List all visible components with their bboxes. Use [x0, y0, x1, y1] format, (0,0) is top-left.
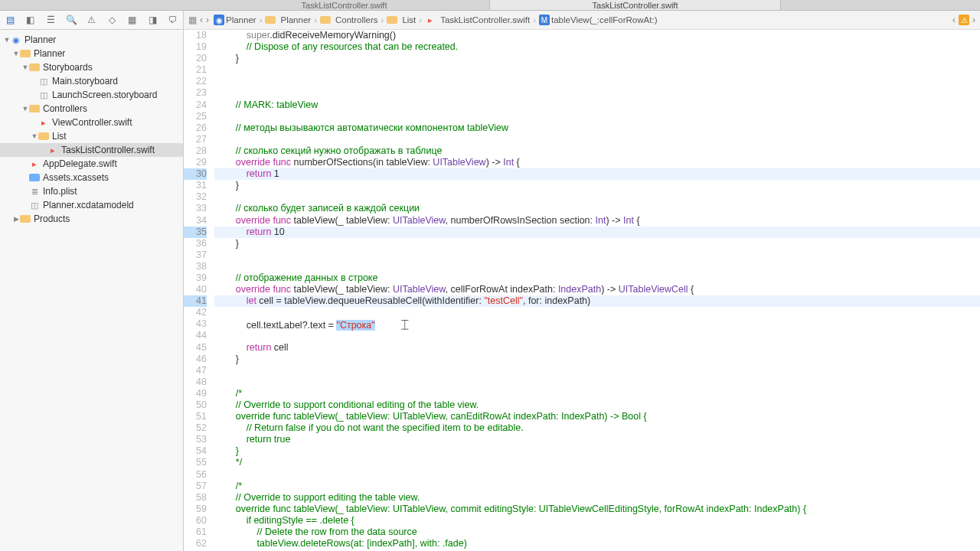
- jump-bar: ▦ ‹ › ◉ Planner› Planner› Controllers› L…: [184, 11, 980, 30]
- issue-navigator-icon[interactable]: ⚠: [87, 14, 98, 26]
- tree-label: Products: [34, 214, 70, 224]
- window-tabs: TaskListController.swift TaskListControl…: [0, 0, 980, 11]
- disclosure-icon: ▶: [12, 215, 20, 223]
- tree-label: AppDelegate.swift: [43, 158, 117, 169]
- swift-icon: ▸: [29, 159, 40, 168]
- tree-label: TaskListController.swift: [61, 145, 155, 155]
- disclosure-icon: ▼: [21, 64, 29, 71]
- tree-project[interactable]: ▼◉Planner: [0, 33, 183, 47]
- symbol-navigator-icon[interactable]: ☰: [45, 14, 57, 26]
- code-editor[interactable]: 1819202122232425262728293031323334353637…: [184, 30, 980, 551]
- chevron-right-icon: ›: [381, 15, 384, 24]
- bc-item[interactable]: Planner: [280, 15, 311, 24]
- swift-icon: ▸: [425, 15, 436, 24]
- folder-icon: [38, 132, 49, 141]
- folder-icon: [320, 15, 331, 24]
- swift-icon: ▸: [38, 118, 49, 127]
- tree-label: Main.storyboard: [52, 76, 118, 86]
- prev-issue-icon[interactable]: ‹: [952, 15, 956, 25]
- editor-pane: ▦ ‹ › ◉ Planner› Planner› Controllers› L…: [184, 11, 980, 551]
- tree-file[interactable]: ▸AppDelegate.swift: [0, 157, 183, 171]
- disclosure-icon: ▼: [12, 50, 20, 57]
- breakpoint-navigator-icon[interactable]: ◨: [147, 14, 158, 26]
- test-navigator-icon[interactable]: ◇: [106, 14, 118, 26]
- method-icon: M: [539, 15, 550, 25]
- line-gutter: 1819202122232425262728293031323334353637…: [184, 30, 213, 551]
- tree-label: Storyboards: [43, 62, 93, 73]
- next-issue-icon[interactable]: ›: [972, 15, 975, 25]
- breadcrumb[interactable]: ◉ Planner› Planner› Controllers› List› ▸…: [214, 15, 657, 25]
- tree-file[interactable]: ▸ViewController.swift: [0, 116, 183, 129]
- nav-forward-icon[interactable]: ›: [206, 15, 209, 25]
- bc-item[interactable]: Controllers: [335, 15, 378, 24]
- code-text[interactable]: super.didReceiveMemoryWarning() // Dispo…: [213, 30, 980, 551]
- related-items-icon[interactable]: ▦: [188, 15, 197, 25]
- plist-icon: ≣: [29, 187, 40, 196]
- file-tree: ▼◉Planner ▼Planner ▼Storyboards ◫Main.st…: [0, 30, 183, 551]
- xcodeproj-icon: ◉: [214, 15, 224, 25]
- folder-icon: [29, 104, 40, 113]
- tree-label: Info.plist: [43, 186, 77, 197]
- tab-1[interactable]: TaskListController.swift: [199, 0, 490, 10]
- project-navigator-icon[interactable]: ▤: [5, 14, 16, 26]
- nav-back-icon[interactable]: ‹: [200, 15, 203, 25]
- folder-icon: [29, 173, 40, 182]
- folder-icon: [387, 15, 397, 24]
- folder-icon: [265, 15, 276, 24]
- tree-label: ViewController.swift: [52, 117, 132, 128]
- tree-label: List: [52, 131, 67, 142]
- bc-item[interactable]: List: [402, 15, 416, 24]
- disclosure-icon: ▼: [3, 36, 11, 44]
- navigator-sidebar: ▤ ◧ ☰ 🔍 ⚠ ◇ ▦ ◨ 🗩 ▼◉Planner ▼Planner ▼St…: [0, 11, 184, 551]
- tree-file[interactable]: ◫LaunchScreen.storyboard: [0, 88, 183, 102]
- disclosure-icon: ▼: [21, 105, 29, 112]
- tree-group[interactable]: ▶Products: [0, 212, 183, 226]
- folder-icon: [29, 63, 40, 72]
- tree-group[interactable]: ▼Controllers: [0, 102, 183, 116]
- chevron-right-icon: ›: [533, 15, 536, 24]
- chevron-right-icon: ›: [419, 15, 422, 24]
- tree-group[interactable]: ▼Planner: [0, 47, 183, 60]
- disclosure-icon: ▼: [31, 132, 38, 140]
- folder-icon: [20, 214, 31, 223]
- tree-label: Planner.xcdatamodeld: [43, 200, 134, 210]
- swift-icon: ▸: [47, 145, 58, 155]
- xcodeproj-icon: ◉: [11, 35, 21, 44]
- bc-item[interactable]: Planner: [226, 15, 256, 24]
- chevron-right-icon: ›: [260, 15, 263, 24]
- chevron-right-icon: ›: [314, 15, 317, 24]
- warning-icon[interactable]: ⚠: [959, 15, 969, 25]
- tree-label: Planner: [34, 48, 65, 59]
- find-navigator-icon[interactable]: 🔍: [66, 14, 77, 26]
- folder-icon: [20, 49, 31, 58]
- tree-label: Planner: [24, 34, 56, 45]
- tree-label: LaunchScreen.storyboard: [52, 90, 157, 100]
- storyboard-icon: ◫: [38, 77, 49, 86]
- datamodel-icon: ◫: [29, 201, 40, 210]
- bc-item[interactable]: TaskListController.swift: [440, 15, 530, 24]
- bc-item[interactable]: tableView(_:cellForRowAt:): [551, 15, 657, 24]
- tree-file[interactable]: ◫Planner.xcdatamodeld: [0, 198, 183, 212]
- source-control-icon[interactable]: ◧: [25, 14, 37, 26]
- storyboard-icon: ◫: [38, 90, 49, 99]
- tree-file[interactable]: Assets.xcassets: [0, 171, 183, 184]
- debug-navigator-icon[interactable]: ▦: [127, 14, 139, 26]
- tree-file[interactable]: ◫Main.storyboard: [0, 74, 183, 88]
- tree-label: Controllers: [43, 103, 87, 114]
- tree-file[interactable]: ≣Info.plist: [0, 184, 183, 198]
- navigator-selector: ▤ ◧ ☰ 🔍 ⚠ ◇ ▦ ◨ 🗩: [0, 11, 183, 30]
- tree-group[interactable]: ▼Storyboards: [0, 60, 183, 74]
- tab-2[interactable]: TaskListController.swift: [490, 0, 781, 10]
- tree-file-active[interactable]: ▸TaskListController.swift: [0, 143, 183, 157]
- tree-label: Assets.xcassets: [43, 172, 109, 183]
- tree-group[interactable]: ▼List: [0, 129, 183, 143]
- report-navigator-icon[interactable]: 🗩: [168, 14, 179, 26]
